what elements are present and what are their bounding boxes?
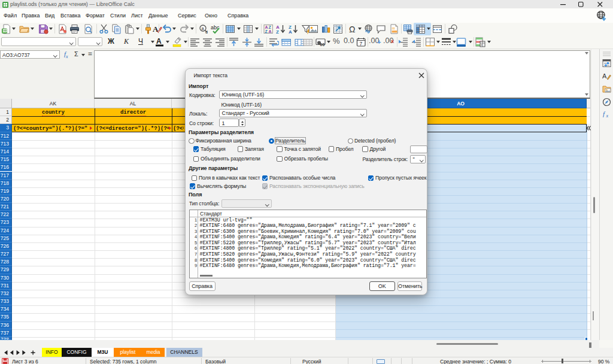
svg-text:d: d (205, 30, 208, 34)
svg-text:Ω: Ω (349, 25, 355, 34)
svg-text:Z: Z (265, 29, 268, 34)
svg-text:x: x (606, 113, 609, 119)
svg-text:Z: Z (276, 29, 279, 34)
svg-text:A: A (269, 29, 272, 34)
svg-text:Z: Z (269, 25, 272, 29)
svg-text:a: a (202, 26, 204, 31)
svg-text:≠: ≠ (481, 43, 482, 47)
svg-text:A: A (265, 25, 268, 29)
svg-text:A: A (156, 37, 162, 46)
svg-text:A: A (602, 72, 607, 80)
svg-text:A: A (289, 29, 292, 34)
svg-text:f: f (603, 110, 606, 117)
svg-text:00: 00 (320, 43, 325, 47)
svg-text:7: 7 (360, 41, 363, 47)
